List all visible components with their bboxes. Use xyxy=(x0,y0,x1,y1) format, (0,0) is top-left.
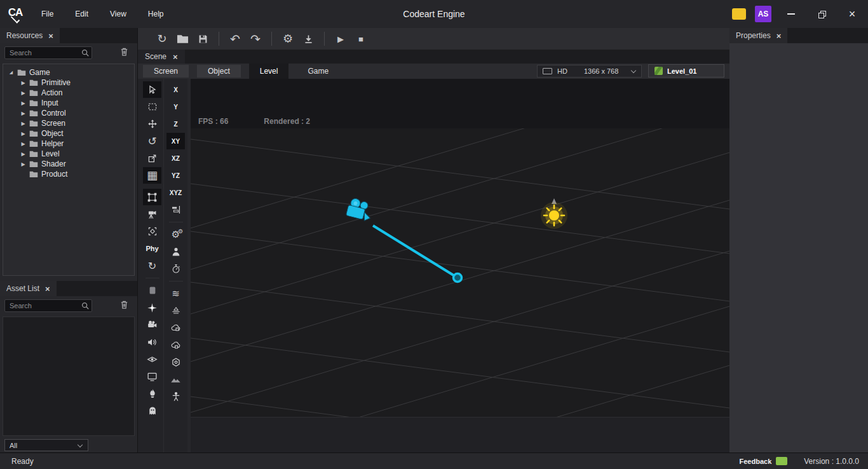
add-sprite-button[interactable] xyxy=(143,351,161,367)
scene-tab-close-icon[interactable]: × xyxy=(173,53,178,61)
tab-level-01[interactable]: Level_01 xyxy=(648,64,724,78)
menu-file[interactable]: File xyxy=(33,6,62,22)
nut-button[interactable] xyxy=(166,354,185,370)
menu-help[interactable]: Help xyxy=(140,6,172,22)
gears-button[interactable]: ⚙ ⚙ xyxy=(166,226,185,243)
restore-button[interactable] xyxy=(811,4,832,24)
resources-tab-close-icon[interactable]: × xyxy=(48,32,53,40)
character-button[interactable] xyxy=(166,243,185,260)
tab-scene[interactable]: Scene × xyxy=(138,50,185,64)
marquee-select-button[interactable] xyxy=(143,99,161,115)
tab-screen[interactable]: Screen xyxy=(143,65,189,78)
tree-item-screen[interactable]: ▶ Screen xyxy=(3,118,134,128)
expander-icon[interactable]: ▶ xyxy=(20,111,26,116)
add-camera-button[interactable] xyxy=(143,316,161,333)
tree-item-helper[interactable]: ▶ Helper xyxy=(3,139,134,149)
play-button[interactable]: ▶ xyxy=(331,31,350,47)
expander-icon[interactable]: ▶ xyxy=(20,90,26,96)
add-screen-button[interactable] xyxy=(143,368,161,384)
avatar-button[interactable] xyxy=(166,388,185,405)
move-tool-button[interactable] xyxy=(143,116,161,132)
grid-toggle-button[interactable]: ▦ xyxy=(143,167,161,184)
tree-item-input[interactable]: ▶ Input xyxy=(3,98,134,108)
axis-xy-button[interactable]: XY xyxy=(166,133,185,149)
open-folder-button[interactable] xyxy=(173,31,192,47)
tree-item-game[interactable]: ◢ Game xyxy=(3,67,134,78)
add-light-button[interactable] xyxy=(143,299,161,316)
focus-object-button[interactable] xyxy=(143,223,161,240)
tree-item-level[interactable]: ▶ Level xyxy=(3,149,134,159)
expander-icon[interactable]: ▶ xyxy=(20,121,26,126)
minimize-button[interactable] xyxy=(780,4,802,24)
asset-filter-select[interactable]: All xyxy=(4,439,88,451)
asset-search-input[interactable] xyxy=(4,299,92,312)
user-badge[interactable]: AS xyxy=(755,6,771,22)
terrain-button[interactable] xyxy=(166,371,185,388)
tree-item-control[interactable]: ▶ Control xyxy=(3,108,134,118)
tree-item-object[interactable]: ▶ Object xyxy=(3,128,134,139)
ocean-button[interactable] xyxy=(166,302,185,319)
timer-button[interactable] xyxy=(166,261,185,277)
expander-icon[interactable]: ▶ xyxy=(20,131,26,137)
feedback-button[interactable]: Feedback xyxy=(740,457,788,465)
select-tool-button[interactable] xyxy=(143,81,161,98)
axis-y-button[interactable]: Y xyxy=(166,99,185,115)
refresh-button[interactable]: ↻ xyxy=(153,31,172,47)
axis-x-button[interactable]: X xyxy=(166,81,185,98)
tab-properties[interactable]: Properties × xyxy=(729,28,787,43)
cloud-load-button[interactable] xyxy=(166,337,185,353)
tab-game[interactable]: Game xyxy=(297,65,339,78)
viewport-canvas[interactable]: FPS : 66 Rendered : 2 xyxy=(191,79,729,452)
tab-resources[interactable]: Resources × xyxy=(0,28,60,43)
resources-search-input[interactable] xyxy=(4,46,92,59)
tree-item-label: Level xyxy=(41,149,60,158)
physics-toggle-button[interactable]: Phy xyxy=(143,240,161,257)
tree-item-label: Input xyxy=(41,99,58,107)
tree-item-product[interactable]: Product xyxy=(3,169,134,179)
stop-button[interactable]: ■ xyxy=(351,31,370,47)
axis-xyz-button[interactable]: XYZ xyxy=(166,184,185,201)
menu-view[interactable]: View xyxy=(102,6,135,22)
asset-list-tab-close-icon[interactable]: × xyxy=(45,285,50,293)
add-ghost-button[interactable] xyxy=(143,402,161,419)
save-button[interactable] xyxy=(193,31,212,47)
tree-item-action[interactable]: ▶ Action xyxy=(3,88,134,98)
redo-button[interactable]: ↷ xyxy=(246,31,265,47)
resolution-dropdown[interactable]: HD 1366 x 768 xyxy=(537,65,642,78)
transform-box-button[interactable] xyxy=(143,189,161,205)
expander-icon[interactable]: ▶ xyxy=(20,141,26,147)
tab-level[interactable]: Level xyxy=(249,64,289,79)
add-mesh-button[interactable] xyxy=(143,282,161,299)
asset-list-area[interactable] xyxy=(3,316,135,436)
chat-bubble-icon[interactable] xyxy=(732,8,746,20)
scene-camera-button[interactable] xyxy=(143,206,161,222)
axis-xz-button[interactable]: XZ xyxy=(166,150,185,167)
cloud-save-button[interactable] xyxy=(166,320,185,336)
rotate-tool-button[interactable]: ↺ xyxy=(143,133,161,149)
menu-edit[interactable]: Edit xyxy=(67,6,97,22)
add-audio-button[interactable] xyxy=(143,334,161,350)
expander-icon[interactable]: ▶ xyxy=(20,100,26,106)
expander-icon[interactable]: ▶ xyxy=(20,151,26,157)
settings-button[interactable]: ⚙ xyxy=(278,31,297,47)
expander-icon[interactable]: ▶ xyxy=(20,80,26,86)
tree-item-shader[interactable]: ▶ Shader xyxy=(3,159,134,169)
trash-icon[interactable] xyxy=(119,47,129,58)
axis-z-button[interactable]: Z xyxy=(166,116,185,132)
wind-button[interactable]: ≋ xyxy=(166,285,185,302)
axis-yz-button[interactable]: YZ xyxy=(166,167,185,184)
trash-icon[interactable] xyxy=(119,300,129,311)
scale-tool-button[interactable] xyxy=(143,150,161,167)
expander-open-icon[interactable]: ◢ xyxy=(8,70,14,75)
align-button[interactable] xyxy=(166,201,185,218)
undo-button[interactable]: ↶ xyxy=(226,31,245,47)
tab-object[interactable]: Object xyxy=(197,65,241,78)
physics-loop-button[interactable]: ↻ xyxy=(143,257,161,274)
tree-item-primitive[interactable]: ▶ Primitive xyxy=(3,78,134,88)
import-button[interactable] xyxy=(299,31,318,47)
add-particle-button[interactable] xyxy=(143,385,161,402)
tab-asset-list[interactable]: Asset List × xyxy=(0,281,57,296)
close-button[interactable]: × xyxy=(841,4,863,24)
properties-tab-close-icon[interactable]: × xyxy=(776,32,782,40)
expander-icon[interactable]: ▶ xyxy=(20,161,26,167)
